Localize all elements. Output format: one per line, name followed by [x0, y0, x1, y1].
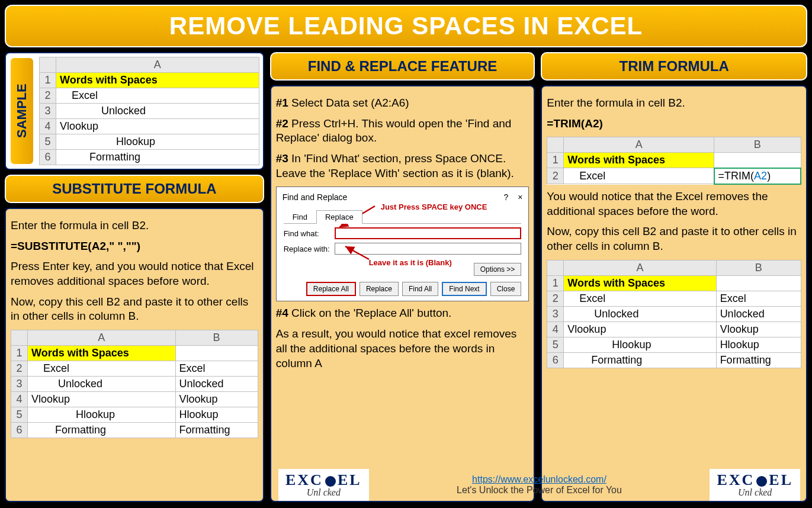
- step-4: Click on the 'Replace All' button.: [288, 307, 452, 319]
- replace-with-label: Replace with:: [284, 245, 331, 253]
- help-icon[interactable]: ?: [503, 192, 508, 202]
- trim-panel: Enter the formula in cell B2. =TRIM(A2) …: [541, 85, 807, 502]
- step-1-num: #1: [276, 97, 288, 109]
- replace-button[interactable]: Replace: [360, 282, 399, 296]
- substitute-formula: =SUBSTITUTE(A2," ",""): [11, 239, 258, 254]
- trim-formula-cell: =TRIM(A2): [714, 168, 801, 184]
- trim-intro: Enter the formula in cell B2.: [547, 96, 801, 111]
- substitute-p2: Now, copy this cell B2 and paste it to o…: [11, 295, 258, 324]
- table-header: Words with Spaces: [56, 73, 259, 88]
- find-what-label: Find what:: [284, 229, 331, 238]
- tab-replace[interactable]: Replace: [316, 210, 362, 224]
- find-all-button[interactable]: Find All: [402, 282, 438, 296]
- findreplace-result: As a result, you would notice that excel…: [276, 327, 529, 371]
- find-replace-dialog: Find and Replace ? × Just Press SPACE ke…: [276, 187, 529, 301]
- footer-tagline: Let's Unlock the Power of Excel for You: [457, 485, 622, 495]
- substitute-intro: Enter the formula in cell B2.: [11, 218, 258, 233]
- close-icon[interactable]: ×: [518, 192, 522, 202]
- page-title: REMOVE LEADING SPACES IN EXCEL: [5, 5, 807, 47]
- options-button[interactable]: Options >>: [474, 263, 522, 276]
- logo-right: EXCEL Unl cked: [710, 469, 800, 501]
- step-2-num: #2: [276, 117, 288, 130]
- footer: EXCEL Unl cked https://www.excelunlocked…: [278, 469, 800, 501]
- note-space-once: Just Press SPACE key ONCE: [381, 202, 487, 211]
- replace-with-input[interactable]: [335, 243, 522, 255]
- col-header: A: [56, 57, 259, 73]
- find-next-button[interactable]: Find Next: [442, 282, 486, 296]
- footer-url[interactable]: https://www.excelunlocked.com/: [472, 474, 606, 484]
- trim-formula: =TRIM(A2): [547, 117, 801, 131]
- substitute-p1: Press Enter key, and you would notice th…: [11, 259, 258, 288]
- key-icon: [756, 476, 767, 487]
- sample-table: A 1Words with Spaces 2 Excel 3 Unlocked …: [39, 57, 259, 165]
- substitute-heading: SUBSTITUTE FORMULA: [5, 175, 264, 203]
- table-row: Excel: [56, 88, 259, 104]
- note-leave-blank: Leave it as it is (Blank): [369, 258, 452, 267]
- find-what-input[interactable]: [335, 227, 522, 239]
- close-button[interactable]: Close: [490, 282, 522, 296]
- sample-panel: SAMPLE A 1Words with Spaces 2 Excel 3 Un…: [5, 52, 264, 170]
- table-row: Hlookup: [56, 134, 259, 150]
- substitute-result-table: AB 1Words with Spaces 2 ExcelExcel 3 Unl…: [11, 330, 258, 438]
- step-2: Press Ctrl+H. This would open the 'Find …: [276, 117, 512, 144]
- step-3-num: #3: [276, 152, 288, 165]
- trim-heading: TRIM FORMULA: [541, 52, 807, 81]
- table-row: Unlocked: [56, 104, 259, 119]
- dialog-title: Find and Replace: [283, 192, 348, 202]
- replace-all-button[interactable]: Replace All: [306, 282, 356, 296]
- step-1: Select Data set (A2:A6): [288, 97, 409, 109]
- tab-find[interactable]: Find: [284, 210, 316, 224]
- trim-mini-table: AB 1Words with Spaces 2 Excel =TRIM(A2): [547, 137, 801, 185]
- table-row: Formatting: [56, 150, 259, 165]
- trim-p1: You would notice that the Excel removes …: [547, 189, 801, 218]
- logo-left: EXCEL Unl cked: [278, 469, 369, 501]
- table-row: Vlookup: [56, 119, 259, 134]
- trim-result-table: AB 1Words with Spaces 2 ExcelExcel 3 Unl…: [547, 260, 801, 368]
- findreplace-heading: FIND & REPLACE FEATURE: [270, 52, 535, 81]
- trim-p2: Now, copy this cell B2 and paste it to o…: [547, 224, 801, 253]
- step-4-num: #4: [276, 307, 288, 319]
- substitute-panel: Enter the formula in cell B2. =SUBSTITUT…: [5, 208, 264, 502]
- sample-label: SAMPLE: [9, 57, 34, 165]
- key-icon: [325, 476, 336, 487]
- step-3: In 'Find What' section, press Space ONCE…: [276, 152, 514, 179]
- findreplace-panel: #1 Select Data set (A2:A6) #2 Press Ctrl…: [270, 85, 535, 502]
